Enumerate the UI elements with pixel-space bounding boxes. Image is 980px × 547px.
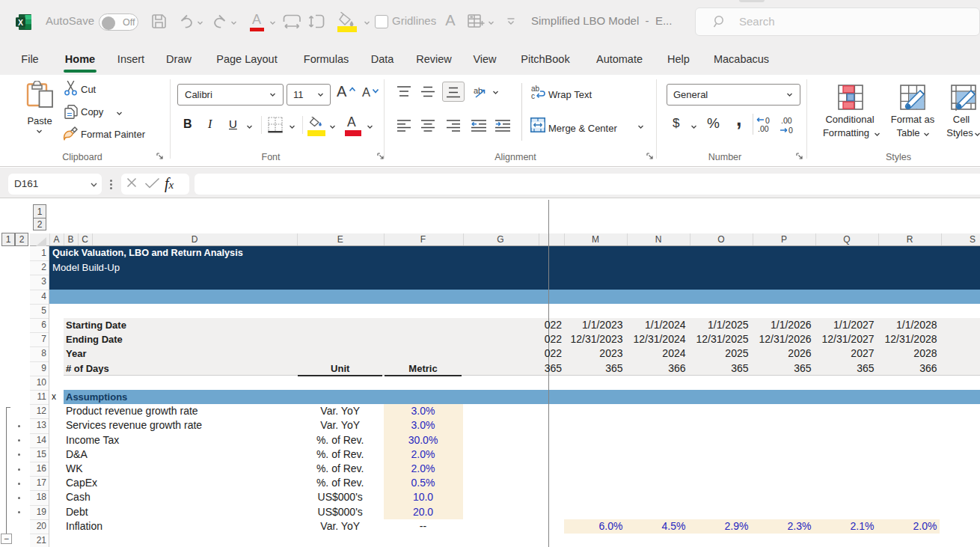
svg-text:0: 0 [788, 126, 793, 135]
svg-text:0: 0 [765, 116, 770, 125]
svg-text:.00: .00 [758, 124, 769, 133]
svg-text:.00: .00 [781, 116, 792, 125]
svg-text:c: c [531, 92, 535, 100]
svg-text:X: X [18, 18, 23, 27]
